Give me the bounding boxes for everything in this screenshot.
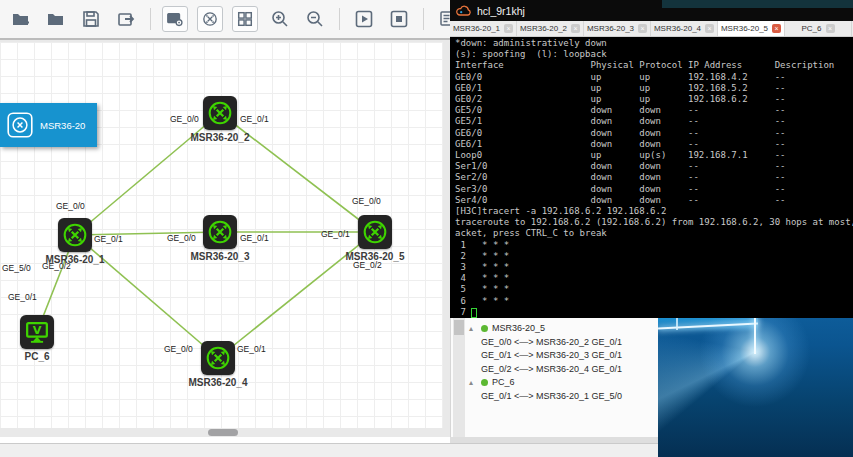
palette-flyout-label: MSR36-20 — [40, 120, 85, 131]
terminal-tab-MSR36-20_3[interactable]: MSR36-20_3× — [584, 21, 651, 36]
port-label: GE_0/1 — [321, 229, 350, 239]
status-dot — [481, 379, 488, 386]
device-name: PC_6 — [492, 376, 515, 390]
wallpaper-window-edge — [754, 314, 756, 354]
collapse-arrow-icon[interactable]: ▴ — [469, 376, 477, 390]
svg-text:V: V — [33, 324, 42, 337]
port-label: GE_0/0 — [56, 201, 85, 211]
screen: MSR36-20_1MSR36-20_2MSR36-20_3MSR36-20_4… — [0, 0, 853, 457]
connection-item[interactable]: GE_0/2 <—> MSR36-20_4 GE_0/1 — [469, 363, 656, 377]
node-label-MSR36-20_1: MSR36-20_1 — [25, 254, 125, 265]
tree-group-PC_6[interactable]: ▴PC_6 — [469, 376, 656, 390]
tab-label: PC_6 — [801, 24, 821, 33]
tab-label: MSR36-20_2 — [520, 24, 567, 33]
terminal-title: hcl_9r1khj — [477, 5, 525, 17]
status-dot — [481, 325, 488, 332]
tab-close-icon[interactable]: × — [571, 24, 580, 33]
router-icon — [7, 112, 33, 138]
node-MSR36-20_3[interactable] — [203, 215, 237, 249]
connection-item[interactable]: GE_0/0 <—> MSR36-20_2 GE_0/1 — [469, 336, 656, 350]
tab-label: MSR36-20_4 — [654, 24, 701, 33]
hcl-cloud-icon — [456, 5, 472, 17]
new-topology-button[interactable] — [8, 6, 34, 32]
device-name: MSR36-20_5 — [492, 322, 545, 336]
export-topology-button[interactable] — [113, 6, 139, 32]
router-icon — [205, 98, 235, 128]
terminal-window: hcl_9r1khj MSR36-20_1×MSR36-20_2×MSR36-2… — [450, 0, 853, 318]
node-MSR36-20_1[interactable] — [58, 218, 92, 252]
canvas-horizontal-scrollbar[interactable] — [0, 428, 443, 437]
node-MSR36-20_4[interactable] — [201, 341, 235, 375]
toolbar-separator — [423, 8, 424, 30]
toolbar-separator — [150, 8, 151, 30]
tree-group-MSR36-20_5[interactable]: ▴MSR36-20_5 — [469, 322, 656, 336]
node-MSR36-20_5[interactable] — [358, 215, 392, 249]
connections-tree: ▴MSR36-20_5GE_0/0 <—> MSR36-20_2 GE_0/1G… — [469, 322, 656, 403]
tab-close-icon[interactable]: × — [504, 24, 513, 33]
port-label: GE_0/2 — [42, 261, 71, 271]
link-MSR36-20_2-MSR36-20_5[interactable] — [220, 113, 375, 232]
summary-scrollbar-thumb[interactable] — [454, 320, 464, 335]
router-icon — [203, 343, 233, 373]
port-label: GE_0/0 — [164, 344, 193, 354]
port-label: GE_0/1 — [240, 233, 269, 243]
pc-icon: V — [22, 317, 52, 347]
topology-summary-panel: ▴MSR36-20_5GE_0/0 <—> MSR36-20_2 GE_0/1G… — [450, 318, 658, 437]
port-label: GE_0/2 — [353, 260, 382, 270]
tab-close-icon[interactable]: × — [826, 24, 835, 33]
connection-item[interactable]: GE_0/1 <—> MSR36-20_1 GE_5/0 — [469, 390, 656, 404]
terminal-tab-MSR36-20_5[interactable]: MSR36-20_5× — [718, 21, 785, 36]
background-window-strip — [662, 0, 853, 8]
tab-close-icon[interactable]: × — [705, 24, 714, 33]
open-topology-button[interactable] — [43, 6, 69, 32]
router-icon — [360, 217, 390, 247]
app-statusbar — [0, 443, 658, 457]
node-label-MSR36-20_2: MSR36-20_2 — [170, 132, 270, 143]
port-label: GE_0/1 — [237, 344, 266, 354]
node-label-PC_6: PC_6 — [0, 351, 87, 362]
terminal-screen[interactable]: *down: administratively down (s): spoofi… — [450, 37, 853, 318]
toolbar-separator — [339, 8, 340, 30]
tab-close-icon[interactable]: × — [638, 24, 647, 33]
capture-image-button[interactable] — [162, 6, 188, 32]
router-icon — [205, 217, 235, 247]
port-label: GE_0/1 — [8, 292, 37, 302]
port-label: GE_0/0 — [352, 196, 381, 206]
tab-close-icon[interactable]: × — [772, 24, 781, 33]
topology-view-button[interactable] — [197, 6, 223, 32]
save-topology-button[interactable] — [78, 6, 104, 32]
port-label: GE_0/0 — [170, 114, 199, 124]
topology-canvas[interactable]: MSR36-20_1MSR36-20_2MSR36-20_3MSR36-20_4… — [0, 42, 443, 428]
canvas-horizontal-scrollbar-thumb[interactable] — [208, 429, 238, 436]
summary-scrollbar[interactable] — [453, 318, 465, 437]
terminal-cursor — [471, 308, 477, 318]
palette-flyout-msr36-20[interactable]: MSR36-20 — [0, 103, 97, 147]
node-label-MSR36-20_4: MSR36-20_4 — [168, 377, 268, 388]
zoom-out-button[interactable] — [302, 6, 328, 32]
port-label: GE_0/1 — [94, 234, 123, 244]
connection-item[interactable]: GE_0/1 <—> MSR36-20_3 GE_0/1 — [469, 349, 656, 363]
terminal-tab-MSR36-20_2[interactable]: MSR36-20_2× — [517, 21, 584, 36]
zoom-in-button[interactable] — [267, 6, 293, 32]
port-label: GE_0/0 — [167, 233, 196, 243]
start-all-button[interactable] — [351, 6, 377, 32]
terminal-output: *down: administratively down (s): spoofi… — [450, 37, 853, 318]
terminal-tab-MSR36-20_1[interactable]: MSR36-20_1× — [450, 21, 517, 36]
stop-all-button[interactable] — [386, 6, 412, 32]
tab-label: MSR36-20_5 — [721, 24, 768, 33]
tile-view-button[interactable] — [232, 6, 258, 32]
tab-label: MSR36-20_1 — [453, 24, 500, 33]
node-MSR36-20_2[interactable] — [203, 96, 237, 130]
terminal-tab-PC_6[interactable]: PC_6× — [785, 21, 852, 36]
node-PC_6[interactable]: V — [20, 315, 54, 349]
port-label: GE_0/1 — [240, 114, 269, 124]
node-label-MSR36-20_3: MSR36-20_3 — [170, 251, 270, 262]
port-label: GE_5/0 — [2, 263, 31, 273]
tab-label: MSR36-20_3 — [587, 24, 634, 33]
router-icon — [60, 220, 90, 250]
collapse-arrow-icon[interactable]: ▴ — [469, 322, 477, 336]
terminal-tab-MSR36-20_4[interactable]: MSR36-20_4× — [651, 21, 718, 36]
terminal-tabbar: MSR36-20_1×MSR36-20_2×MSR36-20_3×MSR36-2… — [450, 21, 853, 37]
